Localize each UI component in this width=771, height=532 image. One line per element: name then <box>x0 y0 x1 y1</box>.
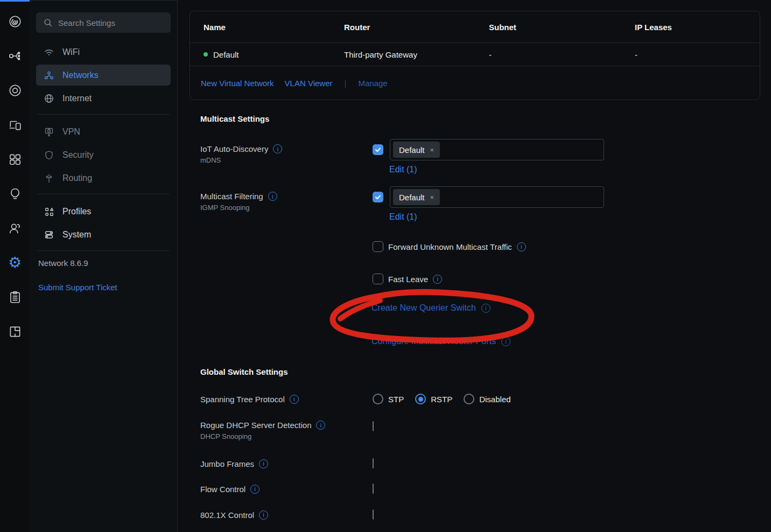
info-icon[interactable]: i <box>290 395 299 404</box>
multicast-filtering-sublabel: IGMP Snooping <box>200 204 373 212</box>
forward-unknown-multicast-label: Forward Unknown Multicast Traffic <box>388 242 512 251</box>
wifi-icon <box>44 47 54 58</box>
info-icon[interactable]: i <box>268 192 277 201</box>
sidebar-item-security[interactable]: Security <box>36 144 171 165</box>
networks-settings-main: Name Router Subnet IP Leases Default Thi… <box>178 0 771 532</box>
column-header-name: Name <box>204 23 344 32</box>
insights-icon[interactable] <box>0 177 30 211</box>
forward-unknown-multicast-checkbox[interactable] <box>373 241 383 252</box>
sidebar-divider <box>37 114 170 115</box>
info-icon[interactable]: i <box>316 421 325 430</box>
dot1x-control-label: 802.1X Control <box>200 510 254 520</box>
radio-option-rstp[interactable]: RSTP <box>415 394 452 404</box>
sidebar-item-vpn[interactable]: VPN <box>36 121 171 142</box>
devices-icon[interactable] <box>0 108 30 142</box>
radio-dot <box>418 397 423 402</box>
clients-icon[interactable] <box>0 142 30 177</box>
radio-option-disabled[interactable]: Disabled <box>464 394 510 404</box>
rogue-dhcp-detection-checkbox[interactable] <box>373 421 374 431</box>
system-icon <box>44 229 54 240</box>
create-new-querier-switch-row: Create New Querier Switch i <box>372 303 760 313</box>
submit-support-ticket-link[interactable]: Submit Support Ticket <box>38 283 117 292</box>
info-icon[interactable]: i <box>273 144 282 153</box>
remove-tag-icon[interactable]: × <box>430 146 434 154</box>
networks-icon <box>44 70 54 81</box>
shield-icon <box>44 150 54 160</box>
sidebar-divider <box>37 194 170 194</box>
system-log-icon[interactable] <box>0 280 30 314</box>
admins-icon[interactable] <box>0 211 30 246</box>
spanning-tree-protocol-label: Spanning Tree Protocol <box>200 395 285 404</box>
filtering-edit-link[interactable]: Edit (1) <box>389 212 417 222</box>
iot-edit-link[interactable]: Edit (1) <box>389 165 417 174</box>
settings-gear-icon[interactable]: ⚙ <box>0 246 30 280</box>
radio-option-stp[interactable]: STP <box>373 394 404 404</box>
multicast-filtering-row: Multicast Filtering i IGMP Snooping Defa… <box>200 186 760 222</box>
iot-auto-discovery-label: IoT Auto-Discovery <box>200 144 268 153</box>
iot-auto-discovery-checkbox[interactable] <box>373 144 383 155</box>
sidebar-item-label: Profiles <box>62 207 91 216</box>
remove-tag-icon[interactable]: × <box>430 193 434 201</box>
forward-unknown-multicast-row: Forward Unknown Multicast Traffic i <box>373 241 760 252</box>
sidebar-item-label: System <box>62 230 91 240</box>
sidebar-item-wifi[interactable]: WiFi <box>36 41 171 62</box>
info-icon[interactable]: i <box>481 304 490 313</box>
info-icon[interactable]: i <box>259 459 268 468</box>
topology-icon[interactable] <box>0 39 30 73</box>
flow-control-checkbox[interactable] <box>373 484 374 494</box>
unifi-logo-icon[interactable] <box>0 4 30 39</box>
settings-sidebar: Search Settings WiFi Networks Internet V… <box>30 0 178 532</box>
network-name-cell: Default <box>213 50 239 59</box>
sidebar-item-label: Routing <box>62 173 92 183</box>
vlan-viewer-link[interactable]: VLAN Viewer <box>285 79 333 88</box>
unifi-settings-page: ⚙ Search Settings WiFi Networks Internet <box>0 0 771 532</box>
vpn-icon <box>44 127 54 137</box>
sidebar-item-networks[interactable]: Networks <box>36 65 171 86</box>
dot1x-control-checkbox[interactable] <box>373 509 374 520</box>
tag-label: Default <box>399 193 425 202</box>
fast-leave-checkbox[interactable] <box>373 274 383 284</box>
floorplan-icon[interactable] <box>0 314 30 349</box>
radio-button[interactable] <box>464 394 474 404</box>
info-icon[interactable]: i <box>501 337 510 346</box>
sidebar-item-label: Internet <box>62 94 92 103</box>
sidebar-item-routing[interactable]: Routing <box>36 167 171 188</box>
fast-leave-label: Fast Leave <box>388 275 428 284</box>
check-icon <box>375 194 381 200</box>
radio-button-selected[interactable] <box>415 394 426 404</box>
sidebar-item-label: VPN <box>62 127 80 137</box>
manage-link[interactable]: Manage <box>358 79 387 88</box>
create-new-querier-switch-link[interactable]: Create New Querier Switch <box>372 303 476 313</box>
column-header-subnet: Subnet <box>489 23 635 32</box>
table-row[interactable]: Default Third-party Gateway - - <box>190 43 760 66</box>
app-version: Network 8.6.9 <box>38 258 169 268</box>
jumbo-frames-label: Jumbo Frames <box>200 459 254 468</box>
radios-icon[interactable] <box>0 73 30 108</box>
network-tag-chip: Default × <box>393 189 440 205</box>
sidebar-item-system[interactable]: System <box>36 224 171 245</box>
multicast-filtering-checkbox[interactable] <box>373 192 383 202</box>
sidebar-item-internet[interactable]: Internet <box>36 88 171 109</box>
search-input[interactable]: Search Settings <box>36 12 171 33</box>
info-icon[interactable]: i <box>259 510 268 520</box>
sidebar-item-profiles[interactable]: Profiles <box>36 201 171 222</box>
jumbo-frames-checkbox[interactable] <box>373 458 374 468</box>
sidebar-divider <box>37 250 170 251</box>
network-status-dot <box>204 52 208 57</box>
globe-icon <box>44 93 54 104</box>
radio-button[interactable] <box>373 394 383 404</box>
search-icon <box>43 18 53 27</box>
iot-auto-discovery-row: IoT Auto-Discovery i mDNS Default × <box>200 139 760 174</box>
filtering-networks-tag-input[interactable]: Default × <box>390 186 604 208</box>
global-switch-settings-heading: Global Switch Settings <box>200 367 760 376</box>
configure-multicast-router-ports-link[interactable]: Configure Multicast Router Ports <box>372 337 496 346</box>
iot-networks-tag-input[interactable]: Default × <box>390 139 604 160</box>
info-icon[interactable]: i <box>433 275 442 284</box>
info-icon[interactable]: i <box>517 242 526 251</box>
column-header-ip-leases: IP Leases <box>635 23 746 32</box>
sidebar-item-label: Networks <box>62 71 99 80</box>
tag-label: Default <box>399 145 425 155</box>
rogue-dhcp-detection-label: Rogue DHCP Server Detection <box>200 421 311 430</box>
new-virtual-network-link[interactable]: New Virtual Network <box>201 79 274 88</box>
info-icon[interactable]: i <box>250 485 260 494</box>
